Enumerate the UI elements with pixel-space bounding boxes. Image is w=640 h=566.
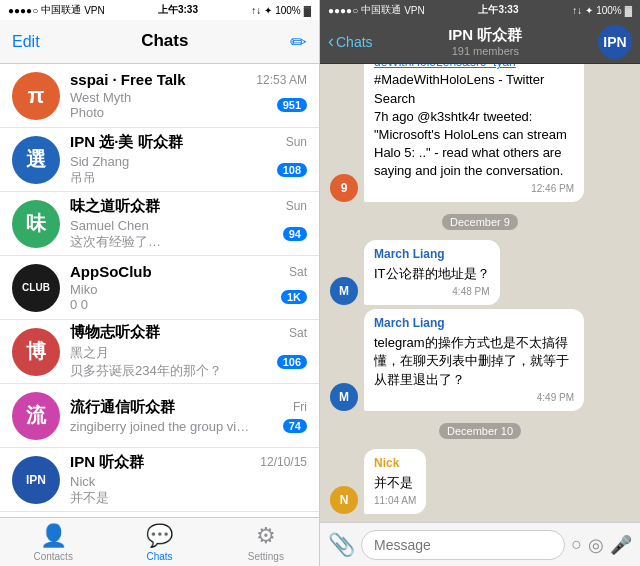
right-status-left: ●●●●○ 中国联通 VPN	[328, 3, 425, 17]
status-time-left: 上午3:33	[158, 3, 198, 17]
chat-badge: 108	[277, 163, 307, 177]
compose-button[interactable]: ✏	[290, 30, 307, 54]
message-sender: March Liang	[374, 246, 490, 263]
chat-badge: 94	[283, 227, 307, 241]
chat-preview-wrap: Miko0 0	[70, 282, 281, 312]
chat-item[interactable]: 流流行通信听众群Frizingiberry joined the group v…	[0, 384, 319, 448]
right-battery-icon: ▓	[625, 5, 632, 16]
chat-sender: West Myth	[70, 90, 250, 105]
chat-preview: 贝多芬诞辰234年的那个？	[70, 362, 250, 380]
back-label: Chats	[336, 34, 373, 50]
chat-avatar: IPN	[12, 456, 60, 504]
message-text: 并不是	[374, 474, 416, 492]
chat-content: AppSoClubSatMiko0 01K	[70, 263, 307, 312]
right-carrier: 中国联通	[361, 3, 401, 17]
message-avatar: 9	[330, 174, 358, 202]
status-right-items: ↑↓ ✦ 100% ▓	[251, 5, 311, 16]
message-text: #MadeWithHoloLens - Twitter Search 7h ag…	[374, 71, 574, 180]
input-bar: 📎 ○ ◎ 🎤	[320, 522, 640, 566]
right-battery: 100%	[596, 5, 622, 16]
emoji-button[interactable]: ○	[571, 534, 582, 555]
chat-preview-wrap: West MythPhoto	[70, 90, 277, 120]
chat-item[interactable]: 選IPN 选·美 听众群SunSid Zhang吊吊108	[0, 128, 319, 192]
chat-item[interactable]: IPNIPN 听众群12/10/15Nick并不是	[0, 448, 319, 512]
chat-name: sspai · Free Talk	[70, 71, 186, 88]
attach-button[interactable]: 📎	[328, 532, 355, 558]
chat-name: 博物志听众群	[70, 323, 160, 342]
chat-bottom-row: West MythPhoto951	[70, 90, 307, 120]
chat-preview: 并不是	[70, 489, 250, 507]
extra-button[interactable]: ◎	[588, 534, 604, 556]
tab-item-contacts[interactable]: 👤Contacts	[0, 523, 106, 562]
tab-icon: ⚙	[256, 523, 276, 549]
chat-time: Sat	[289, 265, 307, 279]
status-bar-left: ●●●●○ 中国联通 VPN 上午3:33 ↑↓ ✦ 100% ▓	[0, 0, 319, 20]
chat-item[interactable]: 博博物志听众群Sat黑之月贝多芬诞辰234年的那个？106	[0, 320, 319, 384]
date-divider: December 9	[330, 212, 630, 230]
tab-label: Settings	[248, 551, 284, 562]
chat-preview: 0 0	[70, 297, 250, 312]
chat-top-row: 博物志听众群Sat	[70, 323, 307, 342]
tab-item-settings[interactable]: ⚙Settings	[213, 523, 319, 562]
status-bar-right: ●●●●○ 中国联通 VPN 上午3:33 ↑↓ ✦ 100% ▓	[320, 0, 640, 20]
message-avatar: M	[330, 277, 358, 305]
chat-content: IPN 听众群12/10/15Nick并不是	[70, 453, 307, 507]
signal-dots: ●●●●○	[8, 5, 38, 16]
message-row: 9900901https://twitter.com/search?q=%23M…	[330, 64, 630, 202]
message-bubble: March LiangIT公论群的地址是？4:48 PM	[364, 240, 500, 305]
chat-item[interactable]: 味味之道听众群SunSamuel Chen这次有经验了…94	[0, 192, 319, 256]
chat-avatar: 味	[12, 200, 60, 248]
chat-bottom-row: Sid Zhang吊吊108	[70, 154, 307, 187]
right-signal: ●●●●○	[328, 5, 358, 16]
chat-content: sspai · Free Talk12:53 AMWest MythPhoto9…	[70, 71, 307, 120]
date-label: December 10	[439, 423, 521, 439]
right-status-time: 上午3:33	[478, 3, 518, 17]
message-text: telegram的操作方式也是不太搞得懂，在聊天列表中删掉了，就等于从群里退出了…	[374, 334, 574, 389]
chat-name: IPN 选·美 听众群	[70, 133, 183, 152]
chat-name: 流行通信听众群	[70, 398, 175, 417]
battery-label: 100%	[275, 5, 301, 16]
tab-label: Contacts	[33, 551, 72, 562]
chat-item[interactable]: πsspai · Free Talk12:53 AMWest MythPhoto…	[0, 64, 319, 128]
message-time: 4:48 PM	[374, 285, 490, 299]
message-time: 12:46 PM	[374, 182, 574, 196]
mic-button[interactable]: 🎤	[610, 534, 632, 556]
chat-bottom-row: Samuel Chen这次有经验了…94	[70, 218, 307, 251]
chat-sender: Sid Zhang	[70, 154, 250, 169]
message-avatar: M	[330, 383, 358, 411]
chat-bottom-row: 黑之月贝多芬诞辰234年的那个？106	[70, 344, 307, 380]
right-bluetooth: ✦	[585, 5, 593, 16]
chat-nav-title: IPN 听众群	[448, 26, 522, 45]
chat-time: Fri	[293, 400, 307, 414]
message-time: 4:49 PM	[374, 391, 574, 405]
chat-time: Sat	[289, 326, 307, 340]
chat-badge: 1K	[281, 290, 307, 304]
message-bubble: Nick并不是11:04 AM	[364, 449, 426, 514]
chat-top-row: IPN 选·美 听众群Sun	[70, 133, 307, 152]
chat-time: Sun	[286, 135, 307, 149]
chat-time: 12:53 AM	[256, 73, 307, 87]
chat-content: 流行通信听众群Frizingiberry joined the group vi…	[70, 398, 307, 434]
message-sender: March Liang	[374, 315, 574, 332]
chat-name: AppSoClub	[70, 263, 152, 280]
chat-item[interactable]: CLUBAppSoClubSatMiko0 01K	[0, 256, 319, 320]
message-link[interactable]: https://twitter.com/search?q=%23MadeWith…	[374, 64, 574, 71]
back-button[interactable]: ‹ Chats	[328, 31, 373, 52]
left-panel: ●●●●○ 中国联通 VPN 上午3:33 ↑↓ ✦ 100% ▓ Edit C…	[0, 0, 320, 566]
message-input[interactable]	[361, 530, 565, 560]
chat-badge: 74	[283, 419, 307, 433]
chat-badge: 106	[277, 355, 307, 369]
message-sender: Nick	[374, 455, 416, 472]
chat-preview: Photo	[70, 105, 250, 120]
right-panel: ●●●●○ 中国联通 VPN 上午3:33 ↑↓ ✦ 100% ▓ ‹ Chat…	[320, 0, 640, 566]
message-avatar: N	[330, 486, 358, 514]
tab-item-chats[interactable]: 💬Chats	[106, 523, 212, 562]
chat-preview-wrap: Sid Zhang吊吊	[70, 154, 277, 187]
date-divider: December 10	[330, 421, 630, 439]
back-chevron-icon: ‹	[328, 31, 334, 52]
chat-nav-avatar[interactable]: IPN	[598, 25, 632, 59]
messages-area: π有差别10:21 AMDecember 29900901https://twi…	[320, 64, 640, 522]
edit-button[interactable]: Edit	[12, 33, 40, 51]
tab-icon: 👤	[40, 523, 67, 549]
bluetooth-icon: ✦	[264, 5, 272, 16]
